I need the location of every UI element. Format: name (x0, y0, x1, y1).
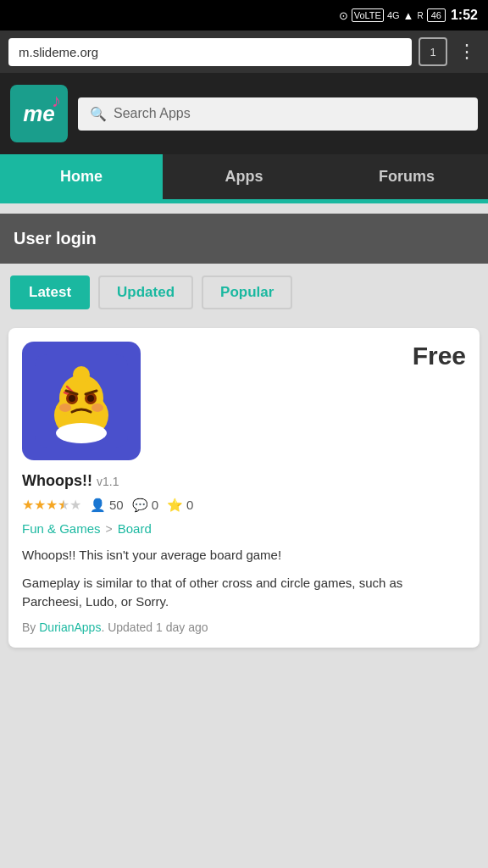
battery-icon: 46 (427, 8, 446, 22)
logo-music-icon: ♪ (52, 90, 61, 112)
tab-apps[interactable]: Apps (163, 154, 325, 199)
tab-home[interactable]: Home (0, 154, 163, 199)
app-categories: Fun & Games > Board (22, 521, 466, 536)
favorites-stat: ⭐ 0 (167, 498, 193, 513)
signal-icon: ⊙ (339, 9, 348, 22)
browser-bar: m.slideme.org 1 ⋮ (0, 31, 488, 73)
svg-rect-4 (78, 375, 85, 392)
r-icon: R (417, 11, 423, 20)
filter-latest[interactable]: Latest (10, 275, 90, 309)
app-card-top: Free (22, 342, 466, 460)
app-title: Whoops!! v1.1 (22, 472, 466, 490)
app-price-badge: Free (413, 342, 466, 370)
app-character-svg (35, 354, 128, 448)
svg-point-10 (87, 395, 94, 402)
svg-point-13 (59, 403, 71, 412)
search-icon: 🔍 (90, 106, 107, 122)
star-icon: ⭐ (167, 498, 183, 513)
teal-accent-line (0, 199, 488, 203)
category-separator: > (106, 522, 113, 536)
comment-icon: 💬 (132, 498, 148, 513)
browser-menu-button[interactable]: ⋮ (454, 41, 480, 63)
search-bar[interactable]: 🔍 Search Apps (78, 97, 478, 131)
volte-icon: VoLTE (352, 8, 384, 22)
category-board[interactable]: Board (118, 521, 152, 536)
filter-popular[interactable]: Popular (202, 275, 292, 309)
svg-point-8 (69, 395, 75, 402)
svg-point-14 (92, 403, 103, 412)
app-description-line2: Gameplay is similar to that of other cro… (22, 574, 466, 612)
svg-point-15 (56, 423, 107, 443)
app-icon[interactable] (22, 342, 141, 460)
star-rating: ★★★★★★ (22, 497, 81, 513)
app-description-line1: Whoops!! This isn't your average board g… (22, 546, 466, 565)
status-icons: ⊙ VoLTE 4G ▲ R 46 (339, 8, 446, 22)
search-placeholder-text: Search Apps (114, 106, 191, 121)
app-stats: ★★★★★★ 👤 50 💬 0 ⭐ 0 (22, 497, 466, 513)
download-icon: 👤 (90, 498, 106, 513)
site-logo[interactable]: ♪ me (10, 85, 68, 142)
app-footer: By DurianApps. Updated 1 day ago (22, 620, 466, 634)
url-field[interactable]: m.slideme.org (8, 38, 412, 66)
app-author-link[interactable]: DurianApps (39, 620, 101, 634)
tab-count-button[interactable]: 1 (419, 37, 447, 66)
signal-bars: ▲ (403, 9, 414, 22)
site-header: ♪ me 🔍 Search Apps (0, 73, 488, 154)
user-login-title: User login (14, 229, 97, 248)
tab-forums[interactable]: Forums (325, 154, 488, 199)
comments-stat: 💬 0 (132, 498, 158, 513)
app-version: v1.1 (97, 475, 119, 488)
app-card: Free Whoops!! v1.1 ★★★★★★ 👤 50 💬 0 ⭐ 0 F… (8, 328, 480, 648)
logo-text: me (23, 101, 55, 127)
nav-tabs: Home Apps Forums (0, 154, 488, 199)
4g-icon: 4G (387, 10, 400, 20)
time-display: 1:52 (451, 8, 478, 23)
status-bar: ⊙ VoLTE 4G ▲ R 46 1:52 (0, 0, 488, 31)
filter-tabs: Latest Updated Popular (0, 264, 488, 321)
app-updated-text: Updated 1 day ago (108, 620, 208, 634)
downloads-stat: 👤 50 (90, 498, 124, 513)
filter-updated[interactable]: Updated (98, 275, 193, 309)
category-fun-games[interactable]: Fun & Games (22, 521, 101, 536)
user-login-banner[interactable]: User login (0, 214, 488, 264)
